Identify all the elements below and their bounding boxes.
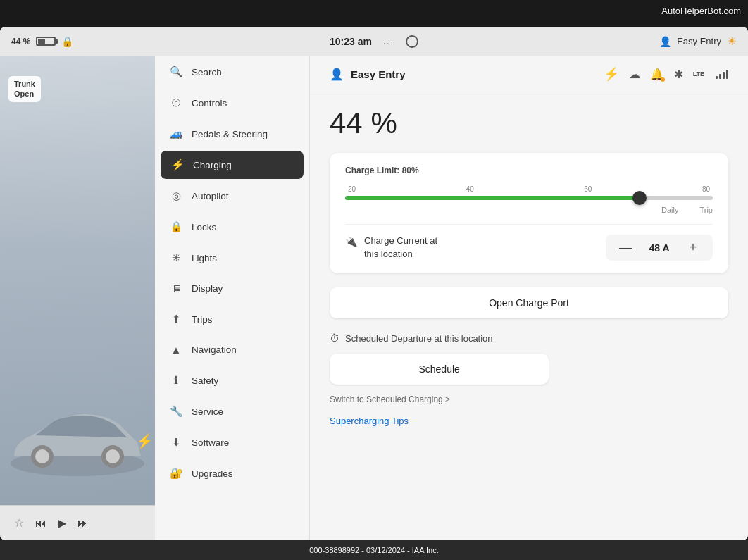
sidebar-item-locks[interactable]: 🔒 Locks [155,211,309,242]
locks-icon: 🔒 [169,220,183,233]
status-center: 10:23 am ... [330,35,418,48]
search-icon: 🔍 [169,66,183,78]
sidebar-item-label: Pedals & Steering [192,129,268,139]
trip-label: Trip [699,206,713,214]
sidebar-item-display[interactable]: 🖥 Display [155,273,309,304]
charging-content: 44 % Charge Limit: 80% 20 40 60 80 [310,92,748,440]
charging-icon: ⚡ [170,158,185,171]
sidebar-item-software[interactable]: ⬇ Software [155,427,309,458]
charge-current-text: Charge Current atthis location [364,235,437,260]
slider-mark-20: 20 [348,185,356,193]
easy-entry-status: Easy Entry [677,36,721,46]
current-value: 48 A [645,242,673,254]
slider-mark-40: 40 [466,185,474,193]
increase-current-button[interactable]: + [685,240,702,255]
watermark: AutoHelperBot.com [661,6,741,16]
person-header-icon: 👤 [330,68,344,81]
sidebar-item-label: Locks [192,222,216,232]
trunk-line1: Trunk [14,80,35,88]
slider-labels: Daily Trip [345,206,713,214]
sidebar-item-pedals[interactable]: 🚙 Pedals & Steering [155,118,309,149]
battery-percentage: 44 % [11,37,30,46]
charge-slider-track[interactable] [345,196,713,200]
sidebar-item-label: Autopilot [192,191,229,201]
status-left: 44 % 🔒 [11,36,318,47]
content-title: Easy Entry [351,68,406,80]
next-track-button[interactable]: ⏭ [77,517,89,530]
battery-icon [36,37,56,46]
slider-marks: 20 40 60 80 [345,185,713,193]
sidebar-item-label: Controls [192,98,227,108]
sidebar-item-label: Upgrades [192,468,233,479]
content-title-row: 👤 Easy Entry [330,68,406,81]
slider-thumb[interactable] [632,191,647,205]
dots-menu[interactable]: ... [383,37,394,46]
header-icons: ⚡ ☁ 🔔 ✱ LTE [604,66,728,82]
play-button[interactable]: ▶ [58,516,66,530]
slider-mark-60: 60 [584,185,592,193]
content-header: 👤 Easy Entry ⚡ ☁ 🔔 ✱ LTE [310,56,748,92]
switch-charging-link[interactable]: Switch to Scheduled Charging > [330,394,728,404]
sidebar-item-charging[interactable]: ⚡ Charging [161,151,304,179]
charge-limit-label: Charge Limit: 80% [345,166,713,175]
bluetooth-icon: ✱ [674,68,683,81]
sidebar-item-autopilot[interactable]: ◎ Autopilot [155,180,309,211]
sidebar-item-label: Safety [192,375,218,386]
display-icon: 🖥 [169,282,183,294]
charge-plug-icon: 🔌 [345,236,357,247]
prev-track-button[interactable]: ⏮ [35,517,46,530]
sidebar-item-controls[interactable]: ⦾ Controls [155,87,309,118]
schedule-button[interactable]: Schedule [330,354,549,385]
sidebar-item-label: Trips [192,314,213,325]
sidebar-item-service[interactable]: 🔧 Service [155,396,309,427]
supercharging-tips-link[interactable]: Supercharging Tips [330,416,728,426]
scheduled-departure-row: ⏱ Scheduled Departure at this location [330,332,728,344]
sidebar-item-label: Lights [192,253,217,263]
scheduled-icon: ⏱ [330,332,339,344]
tesla-screen: 44 % 🔒 10:23 am ... 👤 Easy Entry ☀ Trunk… [0,27,748,540]
star-icon[interactable]: ☆ [14,516,24,530]
sun-icon: ☀ [727,35,737,48]
sidebar-item-search[interactable]: 🔍 Search [155,56,309,87]
lte-label: LTE [693,70,704,77]
content-panel: 👤 Easy Entry ⚡ ☁ 🔔 ✱ LTE [310,56,748,540]
trunk-label: Trunk Open [8,76,41,102]
car-view: Trunk Open ⚡ [0,56,155,540]
person-icon: 👤 [659,36,671,47]
trips-icon: ⬆ [169,313,183,325]
sidebar-item-navigation[interactable]: ▲ Navigation [155,335,309,365]
software-icon: ⬇ [169,436,183,449]
charge-current-info: 🔌 Charge Current atthis location [345,235,437,260]
bell-icon[interactable]: 🔔 [650,68,664,81]
scheduled-label: Scheduled Departure at this location [345,333,493,344]
sidebar-item-lights[interactable]: ✳ Lights [155,242,309,273]
sidebar-item-label: Search [192,67,222,77]
svg-point-3 [35,449,49,463]
sidebar-item-safety[interactable]: ℹ Safety [155,365,309,396]
signal-bar-1 [716,76,718,79]
lightning-header-icon: ⚡ [604,66,619,82]
sidebar-item-trips[interactable]: ⬆ Trips [155,304,309,335]
lock-icon: 🔒 [61,36,73,47]
navigation-icon: ▲ [169,344,183,356]
controls-icon: ⦾ [169,97,183,109]
clock: 10:23 am [330,36,372,47]
sidebar: 🔍 Search ⦾ Controls 🚙 Pedals & Steering … [155,56,310,540]
sidebar-item-label: Charging [193,160,232,170]
media-bar: ☆ ⏮ ▶ ⏭ [0,505,155,540]
open-charge-port-button[interactable]: Open Charge Port [330,287,728,318]
cloud-header-icon: ☁ [629,68,640,81]
bottom-bar: 000-38898992 - 03/12/2024 - IAA Inc. [0,540,748,560]
safety-icon: ℹ [169,374,183,387]
autopilot-icon: ◎ [169,189,183,202]
decrease-current-button[interactable]: — [617,240,634,255]
signal-bar-2 [719,74,721,79]
pedals-icon: 🚙 [169,127,183,140]
signal-bar-3 [723,72,725,79]
car-silhouette: ⚡ [4,404,151,481]
status-right: 👤 Easy Entry ☀ [430,35,737,48]
charge-stepper: — 48 A + [606,235,713,261]
sidebar-item-upgrades[interactable]: 🔐 Upgrades [155,458,309,489]
slider-fill [345,196,640,200]
charge-limit-card: Charge Limit: 80% 20 40 60 80 [330,153,728,273]
